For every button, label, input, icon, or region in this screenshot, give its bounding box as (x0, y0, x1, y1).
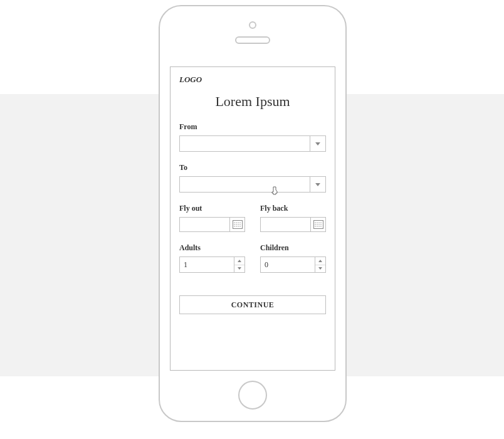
phone-top-hardware (160, 6, 345, 61)
svg-point-5 (234, 224, 234, 225)
to-label: To (179, 163, 326, 172)
fly-out-calendar-button[interactable] (230, 217, 245, 232)
svg-point-12 (239, 226, 240, 226)
from-select[interactable] (179, 135, 326, 152)
svg-point-10 (236, 226, 236, 226)
svg-point-16 (318, 222, 319, 223)
chevron-down-icon (315, 183, 320, 186)
chevron-down-icon (238, 267, 241, 270)
chevron-up-icon (318, 260, 322, 262)
chevron-up-icon (238, 260, 241, 262)
svg-point-15 (317, 222, 317, 223)
svg-point-4 (239, 222, 240, 223)
children-stepper-buttons (315, 257, 326, 273)
svg-point-21 (320, 224, 321, 225)
svg-point-19 (317, 224, 317, 225)
svg-point-2 (236, 222, 236, 223)
from-select-value[interactable] (179, 135, 310, 152)
speaker-icon (235, 36, 270, 44)
svg-point-18 (315, 224, 315, 225)
adults-decrement[interactable] (234, 265, 244, 273)
children-label: Children (260, 243, 326, 253)
adults-value[interactable]: 1 (179, 257, 234, 273)
continue-button[interactable]: CONTINUE (179, 295, 326, 314)
app-screen: LOGO Lorem Ipsum From To Fly out (170, 66, 335, 371)
home-button[interactable] (238, 381, 267, 410)
fly-back-input[interactable] (260, 217, 311, 232)
page-title: Lorem Ipsum (179, 93, 326, 110)
to-select-value[interactable] (179, 176, 310, 193)
from-label: From (179, 122, 326, 132)
to-select[interactable] (179, 176, 326, 193)
calendar-icon (313, 220, 323, 229)
svg-point-11 (238, 226, 238, 226)
svg-point-9 (234, 226, 234, 226)
phone-frame: LOGO Lorem Ipsum From To Fly out (159, 5, 347, 422)
svg-point-20 (318, 224, 319, 225)
from-select-toggle[interactable] (310, 135, 326, 152)
to-select-toggle[interactable] (310, 176, 326, 193)
fly-back-calendar-button[interactable] (311, 217, 326, 232)
svg-point-8 (239, 224, 240, 225)
adults-increment[interactable] (234, 257, 244, 265)
adults-label: Adults (179, 243, 245, 253)
svg-point-1 (234, 222, 234, 223)
children-decrement[interactable] (315, 265, 325, 273)
children-stepper[interactable]: 0 (260, 257, 326, 273)
svg-point-7 (238, 224, 238, 225)
children-value[interactable]: 0 (260, 257, 315, 273)
fly-back-label: Fly back (260, 204, 326, 213)
fly-out-datepicker[interactable] (179, 217, 245, 232)
fly-out-input[interactable] (179, 217, 230, 232)
calendar-icon (233, 220, 243, 229)
logo: LOGO (179, 75, 326, 85)
fly-out-label: Fly out (179, 204, 245, 213)
svg-point-17 (320, 222, 321, 223)
svg-point-24 (318, 226, 319, 226)
svg-point-6 (236, 224, 236, 225)
camera-icon (249, 21, 256, 29)
svg-point-23 (317, 226, 317, 226)
fly-back-datepicker[interactable] (260, 217, 326, 232)
svg-point-22 (315, 226, 315, 226)
svg-point-14 (315, 222, 315, 223)
adults-stepper-buttons (234, 257, 245, 273)
svg-point-25 (320, 226, 321, 226)
chevron-down-icon (318, 267, 322, 270)
chevron-down-icon (315, 142, 320, 145)
adults-stepper[interactable]: 1 (179, 257, 245, 273)
svg-point-3 (238, 222, 238, 223)
children-increment[interactable] (315, 257, 325, 265)
